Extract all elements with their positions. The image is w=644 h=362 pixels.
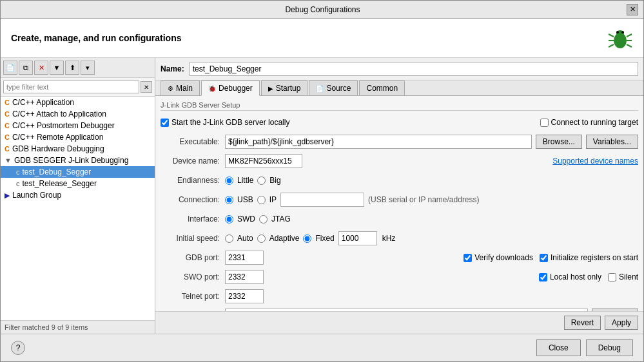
delete-config-button[interactable]: ✕ bbox=[34, 61, 48, 75]
executable-row: Executable: Browse... Variables... bbox=[161, 134, 638, 149]
svg-point-9 bbox=[621, 31, 624, 33]
endianness-big-label: Big bbox=[269, 176, 280, 185]
tab-debugger[interactable]: 🐞 Debugger bbox=[201, 81, 260, 96]
tree-item-cpp-attach[interactable]: C C/C++ Attach to Application bbox=[1, 108, 155, 120]
svg-line-4 bbox=[609, 44, 614, 47]
connection-ip-input[interactable] bbox=[280, 193, 364, 207]
gdb-port-input[interactable] bbox=[225, 251, 264, 265]
tree-item-test-release[interactable]: c test_Release_Segger bbox=[1, 178, 155, 189]
connection-row: Connection: USB IP (USB serial or IP nam… bbox=[161, 192, 638, 207]
speed-fixed-value-input[interactable] bbox=[338, 231, 377, 245]
init-registers-checkbox[interactable] bbox=[540, 254, 548, 262]
name-label: Name: bbox=[161, 64, 184, 73]
tab-startup[interactable]: ▶ Startup bbox=[261, 81, 308, 95]
executable-variables-button[interactable]: Variables... bbox=[586, 135, 638, 149]
verify-downloads-row: Verify downloads bbox=[463, 253, 533, 262]
device-name-label: Device name: bbox=[161, 157, 225, 166]
name-row: Name: bbox=[155, 58, 643, 81]
executable-label: Executable: bbox=[161, 137, 225, 146]
menu-button[interactable]: ▾ bbox=[81, 61, 95, 75]
telnet-port-label: Telnet port: bbox=[161, 292, 225, 301]
name-input[interactable] bbox=[190, 62, 638, 76]
gdb-port-row: GDB port: Verify downloads Initialize re… bbox=[161, 250, 638, 265]
right-panel: Name: ⚙ Main 🐞 Debugger ▶ Startup � bbox=[155, 58, 643, 334]
debug-button[interactable]: Debug bbox=[586, 339, 633, 356]
tab-source-label: Source bbox=[326, 84, 351, 93]
tree-item-cpp-app[interactable]: C C/C++ Application bbox=[1, 97, 155, 108]
gdb-port-label: GDB port: bbox=[161, 253, 225, 262]
tab-debugger-label: Debugger bbox=[219, 84, 253, 93]
connection-ip-radio[interactable] bbox=[257, 196, 266, 204]
duplicate-config-button[interactable]: ⧉ bbox=[19, 61, 33, 75]
right-options-swo: Local host only Silent bbox=[539, 272, 638, 281]
revert-button[interactable]: Revert bbox=[564, 316, 601, 330]
close-icon[interactable]: ✕ bbox=[627, 4, 638, 15]
device-name-input[interactable] bbox=[225, 154, 302, 168]
local-host-only-row: Local host only bbox=[539, 272, 601, 281]
tab-main[interactable]: ⚙ Main bbox=[161, 81, 200, 95]
interface-swd-radio[interactable] bbox=[225, 215, 233, 224]
swo-port-row: SWO port: Local host only Silent bbox=[161, 269, 638, 285]
swo-port-input[interactable] bbox=[225, 270, 264, 284]
start-server-local-checkbox[interactable] bbox=[161, 119, 169, 127]
tree-item-label: C/C++ Application bbox=[12, 98, 74, 107]
filter-button[interactable]: ▼ bbox=[50, 61, 64, 75]
verify-downloads-label: Verify downloads bbox=[474, 253, 533, 262]
executable-browse-button[interactable]: Browse... bbox=[536, 135, 582, 149]
tree-item-label: C/C++ Postmortem Debugger bbox=[12, 121, 115, 130]
revert-apply-area: Revert Apply bbox=[155, 311, 643, 334]
config-icon: c bbox=[16, 180, 20, 187]
speed-adaptive-radio[interactable] bbox=[257, 234, 266, 243]
telnet-port-input[interactable] bbox=[225, 289, 264, 303]
tab-common[interactable]: Common bbox=[359, 81, 405, 95]
connect-running-row: Connect to running target bbox=[540, 118, 638, 127]
filter-input[interactable] bbox=[3, 81, 139, 93]
tree-item-cpp-remote[interactable]: C C/C++ Remote Application bbox=[1, 131, 155, 143]
speed-auto-radio[interactable] bbox=[225, 234, 233, 243]
connect-running-checkbox[interactable] bbox=[540, 119, 549, 127]
init-registers-label: Initialize registers on start bbox=[551, 253, 638, 262]
endianness-big-radio[interactable] bbox=[257, 176, 266, 185]
help-button[interactable]: ? bbox=[11, 341, 25, 355]
bug-icon bbox=[607, 25, 633, 51]
tree-item-test-debug[interactable]: c test_Debug_Segger bbox=[1, 166, 155, 178]
verify-downloads-checkbox[interactable] bbox=[463, 254, 472, 262]
speed-fixed-radio[interactable] bbox=[303, 234, 311, 243]
initial-speed-row: Initial speed: Auto Adaptive Fixed kHz bbox=[161, 231, 638, 246]
tree-item-gdb-hw[interactable]: C GDB Hardware Debugging bbox=[1, 143, 155, 155]
new-config-button[interactable]: 📄 bbox=[3, 61, 17, 75]
speed-adaptive-label: Adaptive bbox=[269, 234, 300, 243]
connection-usb-label: USB bbox=[237, 195, 253, 204]
debugger-tab-icon: 🐞 bbox=[208, 85, 216, 92]
left-panel: 📄 ⧉ ✕ ▼ ⬆ ▾ ✕ C C/C++ Application C bbox=[1, 58, 155, 334]
executable-input[interactable] bbox=[225, 135, 532, 149]
silent-checkbox[interactable] bbox=[608, 273, 616, 281]
c-icon: C bbox=[5, 99, 10, 106]
c-icon: C bbox=[5, 133, 10, 141]
local-host-only-label: Local host only bbox=[550, 272, 601, 281]
connect-running-label: Connect to running target bbox=[551, 118, 638, 127]
endianness-little-label: Little bbox=[237, 176, 253, 185]
header-title: Create, manage, and run configurations bbox=[11, 33, 182, 43]
tree-item-launch-group[interactable]: ▶ Launch Group bbox=[1, 189, 155, 201]
tab-source[interactable]: 📄 Source bbox=[309, 81, 358, 95]
swo-port-label: SWO port: bbox=[161, 272, 225, 281]
apply-button[interactable]: Apply bbox=[605, 316, 638, 330]
tabs-row: ⚙ Main 🐞 Debugger ▶ Startup 📄 Source Com… bbox=[155, 81, 643, 96]
endianness-label: Endianness: bbox=[161, 176, 225, 185]
tree-item-gdb-segger-group[interactable]: ▼ GDB SEGGER J-Link Debugging bbox=[1, 155, 155, 166]
right-options-gdb: Verify downloads Initialize registers on… bbox=[463, 253, 638, 262]
filter-clear-button[interactable]: ✕ bbox=[141, 81, 152, 93]
endianness-little-radio[interactable] bbox=[225, 176, 233, 185]
local-host-only-checkbox[interactable] bbox=[539, 273, 547, 281]
tree-item-label: C/C++ Attach to Application bbox=[12, 110, 106, 119]
c-icon: C bbox=[5, 145, 10, 153]
supported-device-names-link[interactable]: Supported device names bbox=[552, 157, 638, 166]
speed-auto-label: Auto bbox=[237, 234, 253, 243]
interface-jtag-radio[interactable] bbox=[259, 215, 268, 224]
source-tab-icon: 📄 bbox=[316, 85, 324, 92]
collapse-all-button[interactable]: ⬆ bbox=[65, 61, 79, 75]
connection-usb-radio[interactable] bbox=[225, 196, 233, 204]
tree-item-cpp-postmortem[interactable]: C C/C++ Postmortem Debugger bbox=[1, 120, 155, 131]
close-button[interactable]: Close bbox=[536, 339, 581, 356]
